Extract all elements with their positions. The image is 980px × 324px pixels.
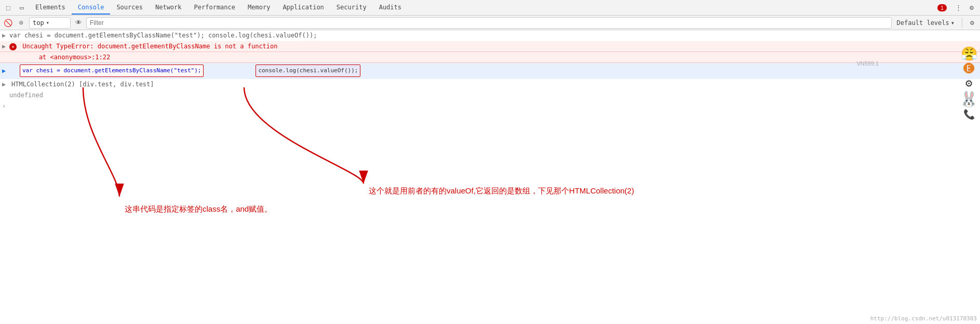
prompt-symbol: › — [2, 101, 6, 111]
settings-gear-btn[interactable]: ⚙ — [966, 17, 978, 29]
console-error-detail-content: at <anonymous>:1:22 — [15, 53, 978, 62]
eye-filter-btn[interactable]: 👁 — [73, 17, 84, 29]
default-levels-dropdown[interactable]: Default levels ▾ — [894, 18, 958, 28]
tab-application[interactable]: Application — [276, 1, 330, 15]
more-options-btn[interactable]: ⋮ — [952, 2, 964, 14]
error-badge: 1 — [937, 4, 947, 11]
expand-arrow-code[interactable]: ▶ — [2, 66, 9, 75]
error-icon: ✕ — [9, 43, 17, 50]
gear-icon: ⚙ — [970, 19, 974, 27]
toolbar-divider — [962, 18, 962, 28]
eye-icon: 👁 — [75, 19, 82, 27]
tab-sources[interactable]: Sources — [110, 1, 149, 15]
tab-network[interactable]: Network — [149, 1, 188, 15]
devtools-topbar: ⬚ ▭ Elements Console Sources Network Per… — [0, 0, 980, 16]
console-line-1: ▶ var chesi = document.getElementsByClas… — [0, 30, 980, 41]
console-toolbar: 🚫 ⊙ top ▾ 👁 Default levels ▾ ⚙ — [0, 16, 980, 30]
preserve-log-btn[interactable]: ⊙ — [16, 17, 27, 29]
device-icon-btn[interactable]: ▭ — [16, 2, 28, 14]
console-line-1-content: var chesi = document.getElementsByClassN… — [9, 31, 978, 40]
console-htmlcollection-content: HTMLCollection(2) [div.test, div.test] — [9, 80, 978, 89]
console-content: ▶ var chesi = document.getElementsByClas… — [0, 30, 980, 324]
console-code-inputs-line: ▶ var chesi = document.getElementsByClas… — [0, 63, 980, 79]
footer-url: http://blog.csdn.net/u013170303 — [870, 315, 977, 322]
clear-icon: 🚫 — [4, 19, 12, 27]
device-icon: ▭ — [20, 4, 24, 11]
console-prompt-line[interactable]: › — [0, 101, 980, 111]
tab-security[interactable]: Security — [330, 1, 373, 15]
settings-icon-btn[interactable]: ⚙ — [965, 2, 978, 14]
console-undefined-line: undefined — [0, 90, 980, 101]
filter-input[interactable] — [86, 17, 892, 29]
console-error-detail-line: at <anonymous>:1:22 — [0, 52, 980, 63]
default-levels-label: Default levels — [897, 19, 949, 27]
context-dropdown-icon: ▾ — [46, 20, 49, 25]
tab-console[interactable]: Console — [72, 1, 111, 15]
annotation-text-1: 这串代码是指定标签的class名，and赋值。 — [125, 204, 272, 214]
tab-audits[interactable]: Audits — [373, 1, 408, 15]
tab-performance[interactable]: Performance — [188, 1, 241, 15]
context-value: top — [33, 19, 44, 27]
annotation-text-2: 这个就是用前者的有的valueOf,它返回的是数组，下见那个HTMLCollec… — [369, 186, 634, 196]
tab-elements[interactable]: Elements — [29, 1, 72, 15]
context-selector[interactable]: top ▾ — [29, 17, 71, 29]
console-undefined-content: undefined — [9, 90, 978, 100]
code-box-2: console.log(chesi.valueOf()); — [256, 64, 360, 77]
levels-dropdown-icon: ▾ — [951, 19, 955, 27]
settings-icon: ⚙ — [970, 4, 974, 11]
code-box-1: var chesi = document.getElementsByClassN… — [20, 64, 204, 77]
expand-arrow-1[interactable]: ▶ — [2, 31, 9, 40]
vn-label: VN599:1 — [856, 60, 879, 67]
expand-arrow-htmlcollection[interactable]: ▶ — [2, 80, 9, 89]
clear-console-btn[interactable]: 🚫 — [2, 17, 14, 29]
expand-arrow-error[interactable]: ▶ — [2, 42, 9, 51]
inspect-icon-btn[interactable]: ⬚ — [2, 2, 15, 14]
preserve-icon: ⊙ — [19, 19, 23, 27]
tab-list: Elements Console Sources Network Perform… — [29, 1, 408, 15]
inspect-icon: ⬚ — [6, 4, 10, 11]
console-error-line: ▶ ✕ Uncaught TypeError: document.getElem… — [0, 41, 980, 52]
console-htmlcollection-line: ▶ HTMLCollection(2) [div.test, div.test] — [0, 79, 980, 90]
tab-memory[interactable]: Memory — [241, 1, 276, 15]
console-error-content: ✕ Uncaught TypeError: document.getElemen… — [9, 42, 978, 51]
